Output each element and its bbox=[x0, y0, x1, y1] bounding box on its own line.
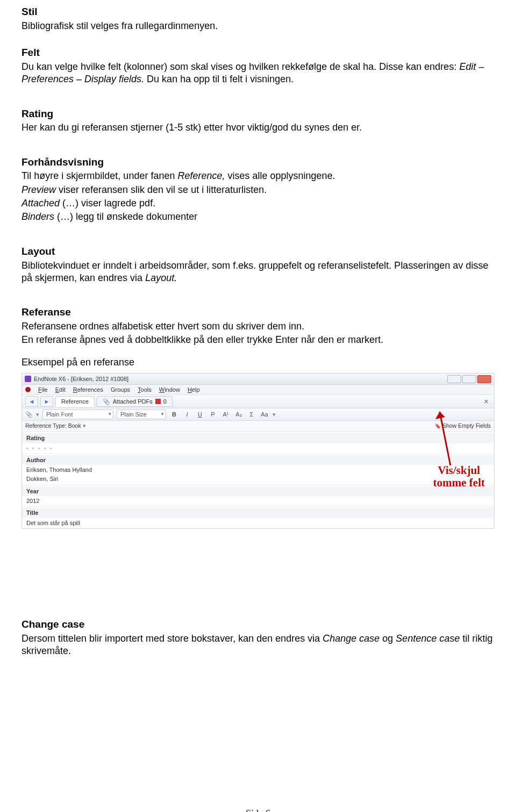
heading-forhandsvisning: Forhåndsvisning bbox=[22, 156, 494, 169]
window-title: EndNote X6 - [Eriksen, 2012 #1008] bbox=[34, 375, 128, 383]
toolbar-tabs: ◄ ► Reference 📎 Attached PDFs 0 ✕ bbox=[22, 395, 494, 408]
attached-count: 0 bbox=[163, 398, 167, 405]
text-italic: Binders bbox=[22, 211, 57, 222]
menu-tools[interactable]: Tools bbox=[138, 386, 152, 393]
tab-label: Reference bbox=[61, 398, 89, 405]
symbol-button[interactable]: Σ bbox=[247, 411, 256, 418]
menu-groups[interactable]: Groups bbox=[111, 386, 130, 393]
text-italic: Preview bbox=[22, 184, 56, 195]
text-rating: Her kan du gi referansen stjerner (1-5 s… bbox=[22, 121, 494, 134]
svg-marker-1 bbox=[435, 412, 445, 419]
window-maximize-button[interactable] bbox=[462, 375, 476, 383]
screenshot-endnote: EndNote X6 - [Eriksen, 2012 #1008] File … bbox=[22, 373, 494, 529]
text: Dersom tittelen blir importert med store… bbox=[22, 633, 322, 644]
heading-layout: Layout bbox=[22, 245, 494, 258]
menu-references[interactable]: References bbox=[73, 386, 103, 393]
field-label-rating: Rating bbox=[22, 433, 494, 443]
menu-file[interactable]: File bbox=[38, 386, 48, 393]
heading-change-case: Change case bbox=[22, 618, 494, 631]
author-value[interactable]: Eriksen, Thomas Hylland bbox=[26, 465, 490, 474]
text: viser referansen slik den vil se ut i li… bbox=[56, 184, 267, 195]
text-italic: Layout. bbox=[145, 272, 177, 283]
page-number: Side 6 bbox=[22, 808, 494, 812]
text-layout: Bibliotekvinduet er inndelt i arbeidsomr… bbox=[22, 260, 494, 285]
italic-button[interactable]: I bbox=[182, 411, 192, 418]
tab-label: Attached PDFs bbox=[113, 398, 153, 405]
text: vises alle opplysningene. bbox=[225, 170, 335, 181]
field-label-title: Title bbox=[22, 508, 494, 518]
text: og bbox=[379, 633, 396, 644]
heading-stil: Stil bbox=[22, 5, 494, 19]
text: (…) viser lagrede pdf. bbox=[60, 198, 155, 209]
bold-button[interactable]: B bbox=[169, 411, 179, 418]
text-forhand-3: Attached (…) viser lagrede pdf. bbox=[22, 197, 494, 210]
title-value[interactable]: Det som står på spill bbox=[26, 518, 490, 527]
endnote-icon bbox=[25, 387, 31, 392]
text-italic: Change case bbox=[322, 633, 379, 644]
nav-forward-button[interactable]: ► bbox=[40, 396, 53, 407]
text-forhand-4: Binders (…) legg til ønskede dokumenter bbox=[22, 211, 494, 223]
tab-attached-pdfs[interactable]: 📎 Attached PDFs 0 bbox=[97, 396, 173, 407]
format-toolbar: 📎 ▾ Plain Font Plain Size B I U P A¹ A₁ … bbox=[22, 408, 494, 421]
window-minimize-button[interactable] bbox=[447, 375, 461, 383]
field-label-year: Year bbox=[22, 486, 494, 496]
heading-felt: Felt bbox=[22, 46, 494, 60]
text-forhand-2: Preview viser referansen slik den vil se… bbox=[22, 184, 494, 196]
svg-line-0 bbox=[440, 412, 450, 465]
case-button[interactable]: Aa bbox=[260, 411, 269, 418]
subscript-button[interactable]: A₁ bbox=[234, 411, 243, 418]
app-icon bbox=[25, 376, 31, 382]
nav-back-button[interactable]: ◄ bbox=[25, 396, 38, 407]
text-forhand-1: Til høyre i skjermbildet, under fanen Re… bbox=[22, 170, 494, 182]
paperclip-icon: 📎 bbox=[103, 398, 110, 405]
heading-rating: Rating bbox=[22, 107, 494, 121]
year-value[interactable]: 2012 bbox=[26, 496, 490, 505]
underline-button[interactable]: U bbox=[195, 411, 205, 418]
rating-value[interactable]: • • • • • bbox=[26, 443, 490, 452]
field-label-author: Author bbox=[22, 455, 494, 465]
text-italic: Attached bbox=[22, 198, 60, 209]
reference-type-row: Reference Type: Book ▾ 🔖Show Empty Field… bbox=[22, 421, 494, 432]
arrow-annotation-icon bbox=[434, 406, 456, 471]
text: Til høyre i skjermbildet, under fanen bbox=[22, 170, 177, 181]
font-dropdown[interactable]: Plain Font bbox=[42, 409, 113, 419]
tab-reference[interactable]: Reference bbox=[55, 396, 95, 407]
text-italic: Sentence case bbox=[396, 633, 460, 644]
menubar: File Edit References Groups Tools Window… bbox=[22, 385, 494, 395]
paperclip-icon[interactable]: 📎 bbox=[25, 411, 33, 418]
pdf-icon bbox=[155, 399, 161, 404]
text-stil: Bibliografisk stil velges fra rullegardi… bbox=[22, 20, 494, 32]
text-change-case: Dersom tittelen blir importert med store… bbox=[22, 633, 494, 658]
text-referanse-1: Referansene ordnes alfabetisk etter hver… bbox=[22, 320, 494, 333]
reference-type-value[interactable]: Book bbox=[68, 422, 81, 429]
annotation-text: Vis/skjultomme felt bbox=[433, 464, 485, 489]
heading-referanse: Referanse bbox=[22, 306, 494, 319]
text: Du kan ha opp til ti felt i visningen. bbox=[144, 74, 293, 84]
text-referanse-2: En referanse åpnes ved å dobbeltklikke p… bbox=[22, 334, 494, 346]
superscript-button[interactable]: A¹ bbox=[221, 411, 231, 418]
size-dropdown[interactable]: Plain Size bbox=[117, 409, 166, 419]
text-italic: Reference, bbox=[177, 170, 225, 181]
reference-type-label: Reference Type: bbox=[25, 422, 67, 429]
window-titlebar: EndNote X6 - [Eriksen, 2012 #1008] bbox=[22, 373, 494, 385]
window-close-button[interactable] bbox=[477, 375, 491, 383]
menu-edit[interactable]: Edit bbox=[55, 386, 66, 393]
menu-window[interactable]: Window bbox=[159, 386, 180, 393]
text-felt: Du kan velge hvilke felt (kolonner) som … bbox=[22, 61, 494, 86]
text: Bibliotekvinduet er inndelt i arbeidsomr… bbox=[22, 260, 488, 283]
plain-button[interactable]: P bbox=[208, 411, 218, 418]
menu-help[interactable]: Help bbox=[188, 386, 200, 393]
author-value[interactable]: Dokken, Siri bbox=[26, 474, 490, 483]
toolbar-close-button[interactable]: ✕ bbox=[482, 398, 491, 405]
text: (…) legg til ønskede dokumenter bbox=[57, 211, 197, 222]
text: Du kan velge hvilke felt (kolonner) som … bbox=[22, 61, 459, 72]
text-eksempel: Eksempel på en referanse bbox=[22, 356, 494, 369]
